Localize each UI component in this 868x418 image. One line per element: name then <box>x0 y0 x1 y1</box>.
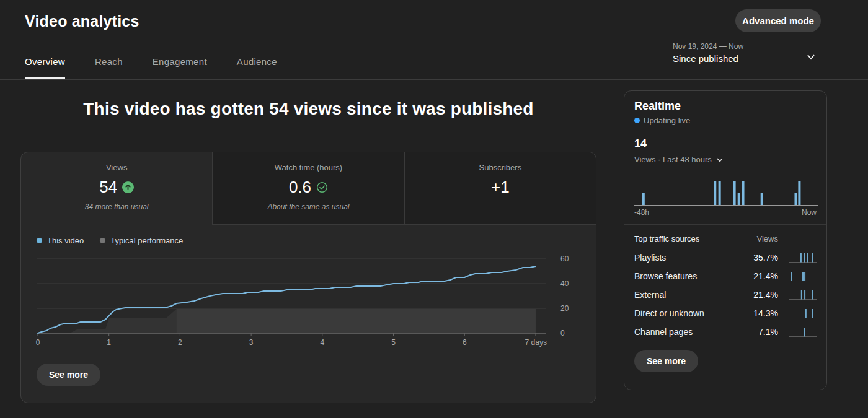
legend-this-video: This video <box>37 236 84 245</box>
metric-tabs: Views 54 34 more than usual Watch time (… <box>21 152 596 225</box>
sparkline <box>789 270 817 282</box>
tab-audience[interactable]: Audience <box>237 53 277 79</box>
see-more-button[interactable]: See more <box>37 364 100 386</box>
date-preset-text: Since published <box>673 53 822 64</box>
sparkline <box>789 251 817 264</box>
sparkline <box>789 289 817 301</box>
see-more-button[interactable]: See more <box>634 350 698 372</box>
blue-dot-icon <box>37 238 42 243</box>
table-row: Playlists 35.7% <box>634 248 817 267</box>
svg-text:0: 0 <box>36 338 40 347</box>
views-note: 34 more than usual <box>21 202 212 211</box>
metric-tab-views[interactable]: Views 54 34 more than usual <box>21 152 212 225</box>
watch-time-note: About the same as usual <box>213 202 404 211</box>
svg-text:7 days: 7 days <box>525 338 547 347</box>
subscribers-value: +1 <box>491 178 510 197</box>
svg-text:0: 0 <box>560 329 565 337</box>
svg-text:4: 4 <box>320 338 324 347</box>
metric-tab-watch-time[interactable]: Watch time (hours) 0.6 About the same as… <box>212 152 404 225</box>
sparkline <box>789 326 817 338</box>
svg-text:40: 40 <box>560 279 569 288</box>
traffic-table-header: Top traffic sources Views <box>634 232 817 245</box>
table-row: Direct or unknown 14.3% <box>634 304 817 323</box>
updating-live-label: Updating live <box>644 116 690 125</box>
header-divider <box>0 79 868 80</box>
trend-up-icon <box>122 181 134 193</box>
section-divider <box>624 224 826 225</box>
traffic-table: Playlists 35.7% Browse features 21.4% Ex… <box>634 248 817 341</box>
realtime-bar-chart <box>634 178 818 206</box>
svg-text:2: 2 <box>178 338 182 347</box>
overview-card: Views 54 34 more than usual Watch time (… <box>20 152 596 403</box>
chevron-down-icon[interactable] <box>715 155 724 164</box>
gray-dot-icon <box>100 238 105 243</box>
table-row: External 21.4% <box>634 285 817 304</box>
check-circle-icon <box>316 181 328 193</box>
svg-text:3: 3 <box>249 338 254 347</box>
chart-legend: This video Typical performance <box>37 236 596 245</box>
table-row: Channel pages 7.1% <box>634 323 817 341</box>
tab-overview[interactable]: Overview <box>25 53 65 79</box>
realtime-views-value: 14 <box>634 137 817 150</box>
svg-text:6: 6 <box>463 338 467 347</box>
legend-typical-performance: Typical performance <box>100 236 183 245</box>
page-title: Video analytics <box>25 12 140 30</box>
tab-engagement[interactable]: Engagement <box>153 53 207 79</box>
svg-text:20: 20 <box>560 304 569 313</box>
table-row: Browse features 21.4% <box>634 267 817 285</box>
date-range-text: Nov 19, 2024 — Now <box>673 42 822 51</box>
analytics-tabs: Overview Reach Engagement Audience <box>25 53 277 79</box>
svg-text:1: 1 <box>107 338 111 347</box>
live-dot-icon <box>634 118 640 123</box>
svg-text:5: 5 <box>391 338 396 347</box>
tab-reach[interactable]: Reach <box>95 53 123 79</box>
realtime-metric-selector[interactable]: Views · Last 48 hours <box>634 155 817 164</box>
sparkline <box>789 307 817 320</box>
advanced-mode-button[interactable]: Advanced mode <box>735 9 821 32</box>
axis-right-label: Now <box>802 208 817 217</box>
views-line-chart: 020406001234567 days <box>21 248 596 351</box>
svg-text:60: 60 <box>560 255 569 263</box>
realtime-title: Realtime <box>634 100 817 113</box>
watch-time-value: 0.6 <box>289 178 311 197</box>
axis-left-label: -48h <box>634 208 649 217</box>
date-range-picker[interactable]: Nov 19, 2024 — Now Since published <box>673 42 822 64</box>
summary-headline: This video has gotten 54 views since it … <box>20 99 596 119</box>
realtime-card: Realtime Updating live 14 Views · Last 4… <box>624 90 827 390</box>
chevron-down-icon[interactable] <box>804 50 818 64</box>
metric-tab-subscribers[interactable]: Subscribers +1 <box>404 152 596 225</box>
views-value: 54 <box>99 178 117 197</box>
